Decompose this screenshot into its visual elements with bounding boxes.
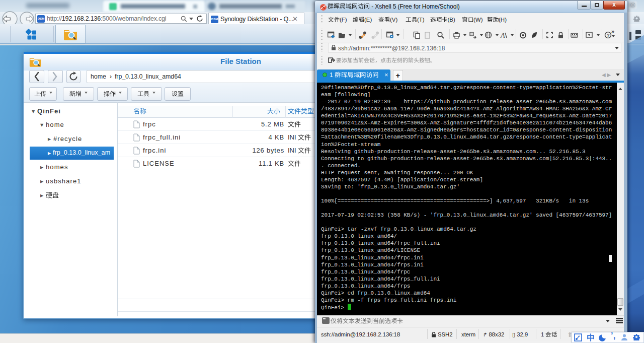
svg-text:?: ? — [607, 33, 610, 38]
svg-text:A: A — [500, 32, 505, 39]
